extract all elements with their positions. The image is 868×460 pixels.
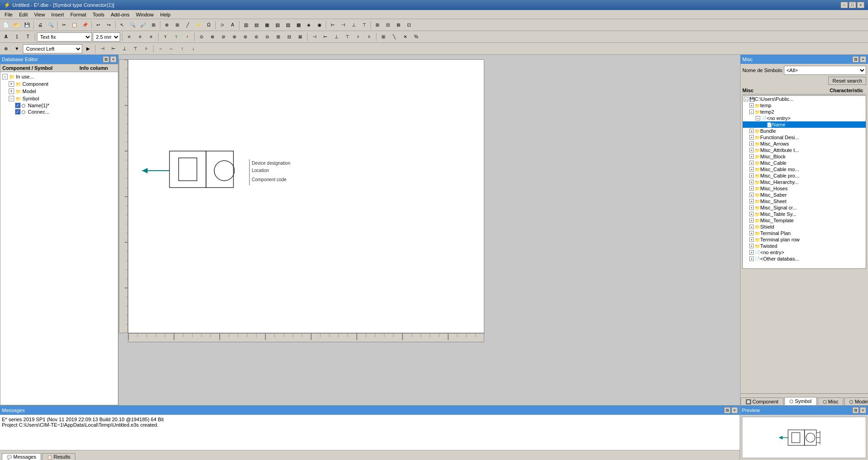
messages-close-btn[interactable]: × <box>731 407 738 413</box>
tb-line[interactable]: ╱ <box>183 20 193 30</box>
checkbox-name1[interactable]: ✓ <box>15 103 21 108</box>
tree-item-symbol[interactable]: − 📁 Symbol <box>1 95 117 102</box>
tab-misc[interactable]: ⬡ Misc <box>818 397 844 405</box>
tb-misc4[interactable]: ▧ <box>272 20 282 30</box>
misc-tree-hier[interactable]: + 📁 Misc_Hierarchy... <box>743 179 866 185</box>
expand-inuse[interactable]: − <box>2 74 8 79</box>
expand-template[interactable]: + <box>749 218 754 223</box>
misc-tree-noentry1[interactable]: − 📄 <no entry> <box>743 115 866 121</box>
expand-symbol[interactable]: − <box>9 96 14 101</box>
tb-symbol[interactable]: Ω <box>204 20 214 30</box>
tb2-r1[interactable]: ⊙ <box>196 32 206 42</box>
tb-save[interactable]: 💾 <box>22 20 32 30</box>
tb-zoom-in[interactable]: 🔍 <box>127 20 138 30</box>
menu-edit[interactable]: Edit <box>16 11 31 18</box>
msg-tab-results[interactable]: 📋 Results <box>42 453 75 460</box>
expand-temp[interactable]: + <box>749 103 754 108</box>
tb3-arr2[interactable]: ← <box>166 44 176 54</box>
tb-term3[interactable]: ⊥ <box>349 20 359 30</box>
tb-misc6[interactable]: ▩ <box>293 20 303 30</box>
tb-misc7[interactable]: ◈ <box>304 20 314 30</box>
tb3-c3[interactable]: ⊥ <box>119 44 129 54</box>
tb-extra4[interactable]: ⊡ <box>404 20 414 30</box>
misc-tree-sheet[interactable]: + 📁 Misc_Sheet <box>743 198 866 204</box>
expand-block[interactable]: + <box>749 154 754 159</box>
tb-term2[interactable]: ⊣ <box>338 20 348 30</box>
preview-float-btn[interactable]: ⧉ <box>852 407 859 413</box>
mm-select[interactable]: 2.5 mm <box>93 32 120 42</box>
tb2-r10[interactable]: ⊠ <box>295 32 305 42</box>
tb3-go[interactable]: ▶ <box>83 44 93 54</box>
expand-saber[interactable]: + <box>749 193 754 197</box>
tb-zoom-out[interactable]: 🔎 <box>138 20 148 30</box>
tb-misc8[interactable]: ◉ <box>314 20 324 30</box>
expand-table[interactable]: + <box>749 212 754 216</box>
expand-shield[interactable]: + <box>749 225 754 229</box>
messages-float-btn[interactable]: ⧉ <box>724 407 730 413</box>
misc-tree-cablemo[interactable]: + 📁 Misc_Cable mo... <box>743 166 866 172</box>
tb2-r7[interactable]: ⊝ <box>262 32 272 42</box>
expand-termrow[interactable]: + <box>749 237 754 242</box>
expand-hier[interactable]: + <box>749 180 754 184</box>
tb2-s4[interactable]: ⊤ <box>342 32 352 42</box>
expand-otherdbs[interactable]: + <box>749 256 754 261</box>
menu-format[interactable]: Format <box>68 11 89 18</box>
misc-tree-termplan[interactable]: + 📁 Terminal Plan <box>743 230 866 236</box>
expand-component[interactable]: + <box>9 81 14 87</box>
misc-tree-drive[interactable]: − 💾 C:\Users\Public... <box>743 96 866 102</box>
minimize-button[interactable]: − <box>841 2 848 8</box>
expand-sheet[interactable]: + <box>749 199 754 204</box>
misc-tree-cable[interactable]: + 📁 Misc_Cable <box>743 160 866 166</box>
tb2-r6[interactable]: ⊜ <box>251 32 261 42</box>
tb2-text[interactable]: T <box>23 32 33 42</box>
maximize-button[interactable]: □ <box>849 2 856 8</box>
tb2-r9[interactable]: ⊟ <box>284 32 294 42</box>
misc-tree-hoses[interactable]: + 📁 Misc_Hoses <box>743 185 866 192</box>
tb-misc5[interactable]: ▨ <box>283 20 293 30</box>
tb2-r2[interactable]: ⊗ <box>207 32 217 42</box>
db-float-btn[interactable]: ⧉ <box>103 56 109 63</box>
tb2-t1[interactable]: T <box>160 32 170 42</box>
expand-model[interactable]: + <box>9 89 14 94</box>
tb-select[interactable]: ↖ <box>117 20 127 30</box>
tb-misc2[interactable]: ▤ <box>251 20 261 30</box>
tb2-s2[interactable]: ⊢ <box>320 32 330 42</box>
misc-tree-temp2[interactable]: − 📁 temp2 <box>743 109 866 115</box>
msg-tab-messages[interactable]: 💬 Messages <box>2 453 41 460</box>
tab-model[interactable]: ⬡ Model <box>844 397 868 405</box>
misc-tree-signal[interactable]: + 📁 Misc_Signal cr... <box>743 204 866 211</box>
connect-select[interactable]: Connect Left <box>23 44 82 53</box>
misc-tree-table[interactable]: + 📁 Misc_Table Sy... <box>743 211 866 217</box>
misc-tree-termrow[interactable]: + 📁 Terminal plan row <box>743 236 866 243</box>
expand-twisted[interactable]: + <box>749 244 754 248</box>
tb2-pct[interactable]: % <box>411 32 421 42</box>
tb2-r8[interactable]: ⊞ <box>273 32 283 42</box>
expand-cablemo[interactable]: + <box>749 167 754 172</box>
menu-help[interactable]: Help <box>158 11 174 18</box>
tb-preview[interactable]: 🔍 <box>46 20 56 30</box>
tb-term[interactable]: ⊢ <box>328 20 338 30</box>
tree-item-model[interactable]: + 📁 Model <box>1 88 117 95</box>
tb2-s5[interactable]: ⊦ <box>353 32 363 42</box>
tree-item-component[interactable]: + 📁 Component <box>1 80 117 88</box>
tb2-s3[interactable]: ⊥ <box>331 32 341 42</box>
tb-extra2[interactable]: ⊟ <box>383 20 393 30</box>
expand-arrows[interactable]: + <box>749 141 754 146</box>
misc-tree-otherdbs[interactable]: + 📄 <Other databas... <box>743 256 866 262</box>
tb2-align-right[interactable]: ≡ <box>146 32 156 42</box>
tb3-c2[interactable]: ⊢ <box>108 44 118 54</box>
tb3-nav[interactable]: ▼ <box>12 44 22 54</box>
tb2-t2[interactable]: T <box>171 32 181 42</box>
tb3-icon[interactable]: ⊕ <box>1 44 11 54</box>
menu-tools[interactable]: Tools <box>90 11 107 18</box>
tb-term4[interactable]: ⊤ <box>359 20 369 30</box>
tb2-grid[interactable]: ⊞ <box>378 32 388 42</box>
menu-addons[interactable]: Add-ons <box>108 11 132 18</box>
tb-misc3[interactable]: ▦ <box>262 20 272 30</box>
tb-redo[interactable]: ↪ <box>104 20 114 30</box>
tb2-bold[interactable]: A <box>1 32 11 42</box>
expand-hoses[interactable]: + <box>749 186 754 191</box>
tb-paste[interactable]: 📌 <box>80 20 90 30</box>
menu-insert[interactable]: Insert <box>48 11 67 18</box>
expand-cablepro[interactable]: + <box>749 173 754 178</box>
